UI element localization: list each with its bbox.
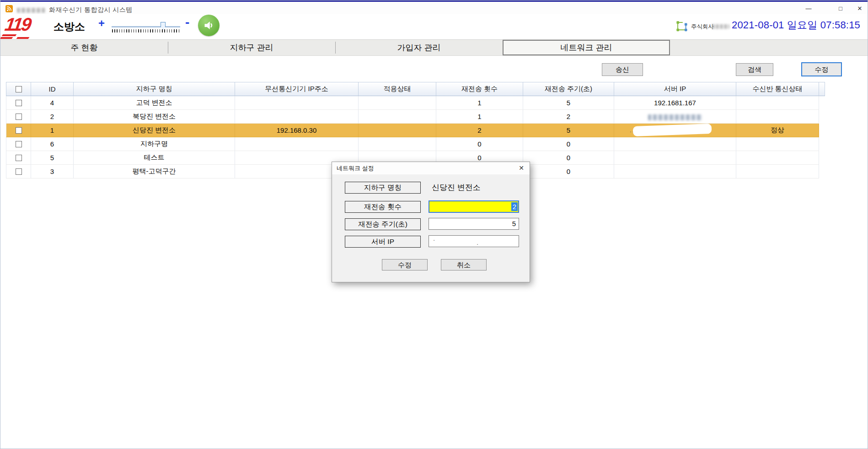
logo-stripe [16,37,30,39]
dialog-close-button[interactable]: ✕ [516,162,527,174]
tab-separator [168,42,168,54]
close-button[interactable]: ✕ [855,5,865,13]
cell-retry-count: 1 [436,110,523,124]
cell-device-ip: 192.168.0.30 [235,124,359,137]
edit-button[interactable]: 수정 [801,62,842,76]
cell-retry-count: 0 [436,137,523,151]
logo-stripe [2,34,17,36]
speaker-button[interactable] [198,15,220,36]
datetime-display: 2021-08-01 일요일 07:58:15 [732,18,860,32]
cell-retry-period: 0 [523,151,614,165]
cell-tunnel-name: 고덕 변전소 [74,96,235,110]
table-header-row: ID 지하구 명칭 무선통신기기 IP주소 적용상태 재전송 횟수 재전송 주기… [6,82,825,96]
tab-separator [335,42,336,54]
row-checkbox[interactable] [16,168,22,175]
table-row[interactable]: 2 북당진 변전소 1 2 [6,110,825,124]
col-header-id: ID [31,82,74,96]
cell-tunnel-name: 북당진 변전소 [74,110,235,124]
cell-comm-status [736,110,819,124]
table-row[interactable]: 4 고덕 변전소 1 5 192.1681.167 [6,96,825,110]
tab-bar: 주 현황 지하구 관리 가입자 관리 네트워크 관리 [0,39,868,56]
station-label: 소방소 [54,20,85,34]
redacted-white-smudge [633,124,712,136]
title-bar: 화재수신기 통합감시 시스템 — □ ✕ [0,2,868,14]
col-header-tunnel-name: 지하구 명칭 [74,82,235,96]
cell-apply-status [359,96,436,110]
cell-device-ip [235,96,359,110]
server-ip-input[interactable]: . . [429,235,519,247]
cell-tunnel-name: 테스트 [74,151,235,165]
cell-id: 2 [31,110,74,124]
dialog-cancel-button[interactable]: 취소 [441,259,487,270]
tab-main-status[interactable]: 주 현황 [0,40,168,55]
retry-period-input[interactable]: 5 [429,218,519,230]
row-checkbox[interactable] [16,114,22,120]
app-icon [5,5,13,12]
field-label-retry-period: 재전송 주기(초) [345,218,421,230]
tab-network-management[interactable]: 네트워크 관리 [503,40,670,55]
volume-decrease-label[interactable]: - [185,15,189,30]
search-button[interactable]: 검색 [736,63,773,76]
cell-apply-status [359,124,436,137]
retry-count-selected-text: 2 [511,202,518,211]
tunnel-name-value: 신당진 변전소 [432,182,481,194]
volume-slider-thumb[interactable] [161,22,166,30]
send-button[interactable]: 송신 [602,63,643,76]
cell-comm-status [736,151,819,165]
cell-device-ip [235,137,359,151]
cell-device-ip [235,110,359,124]
dialog-title-bar[interactable]: 네트워크 설정 ✕ [332,162,530,174]
field-label-tunnel-name: 지하구 명칭 [345,182,421,194]
cell-id: 5 [31,151,74,165]
cell-tunnel-name: 신당진 변전소 [74,124,235,137]
app-window: 화재수신기 통합감시 시스템 — □ ✕ 119 소방소 + - [0,0,868,449]
col-header-device-ip: 무선통신기기 IP주소 [235,82,359,96]
cell-apply-status [359,137,436,151]
volume-slider[interactable] [112,26,180,27]
tab-subscriber-management[interactable]: 가입자 관리 [335,40,503,55]
title-redacted-text [17,8,45,13]
cell-tunnel-name: 지하구명 [74,137,235,151]
cell-retry-period: 0 [523,137,614,151]
cell-id: 4 [31,96,74,110]
network-settings-dialog: 네트워크 설정 ✕ 지하구 명칭 재전송 횟수 재전송 주기(초) 서버 IP … [332,162,530,282]
cell-retry-count: 2 [436,124,523,137]
row-checkbox[interactable] [16,100,22,106]
ip-separator-dot: . [477,238,478,246]
logo-stripe [0,37,13,39]
maximize-button[interactable]: □ [836,5,846,13]
col-header-retry-count: 재전송 횟수 [436,82,523,96]
row-checkbox[interactable] [16,127,22,134]
tab-underground-management[interactable]: 지하구 관리 [168,40,335,55]
window-title: 화재수신기 통합감시 시스템 [49,6,133,14]
cell-comm-status [736,137,819,151]
company-logo-icon [676,21,688,33]
col-header-select-all[interactable] [6,82,31,96]
cell-retry-count: 1 [436,96,523,110]
volume-increase-label[interactable]: + [98,17,105,30]
field-label-server-ip: 서버 IP [345,236,421,248]
cell-id: 3 [31,165,74,179]
retry-count-input[interactable]: 2 [429,200,519,213]
ip-separator-dot: . [433,234,435,242]
select-all-checkbox[interactable] [16,86,22,92]
company-name: 주식회사 [691,23,714,31]
field-label-retry-count: 재전송 횟수 [345,201,421,213]
cell-tunnel-name: 평택-고덕구간 [74,165,235,179]
cell-id: 6 [31,137,74,151]
minimize-button[interactable]: — [804,5,814,13]
row-checkbox[interactable] [16,141,22,147]
dialog-title: 네트워크 설정 [337,162,374,174]
cell-server-ip-redacted [614,110,736,124]
speaker-icon [203,19,215,32]
col-header-apply-status: 적용상태 [359,82,436,96]
table-row[interactable]: 6 지하구명 0 0 [6,137,825,151]
cell-comm-status: 정상 [736,124,819,137]
cell-apply-status [359,110,436,124]
dialog-edit-button[interactable]: 수정 [382,259,428,270]
col-header-server-ip: 서버 IP [614,82,736,96]
cell-retry-period: 5 [523,124,614,137]
row-checkbox[interactable] [16,155,22,161]
volume-slider-ticks [112,29,181,32]
table-row-selected[interactable]: 1 신당진 변전소 192.168.0.30 2 5 .. 정상 [6,124,825,137]
